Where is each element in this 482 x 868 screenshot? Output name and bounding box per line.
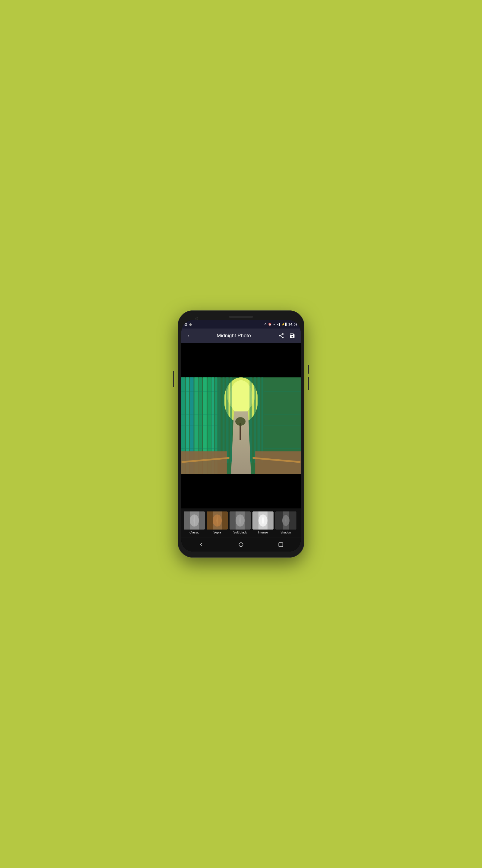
app-bar-actions: [277, 331, 297, 341]
share-button[interactable]: [277, 331, 286, 341]
filter-intense-thumb: [252, 512, 274, 530]
phone-screen: 🖼 ⬤ ⟳ ⏰ ▲ ✕▋ ⚡▊ 14:07 ← Midnight Photo: [181, 320, 301, 552]
volume-down-button[interactable]: [308, 377, 309, 390]
svg-rect-71: [267, 512, 274, 530]
filter-softblack-label: Soft Black: [233, 531, 247, 534]
phone-speaker: [229, 316, 253, 318]
circle-notification-icon: ⬤: [189, 323, 192, 326]
svg-point-52: [235, 417, 246, 426]
app-bar: ← Midnight Photo: [181, 329, 301, 343]
filter-intense[interactable]: Intense: [252, 512, 274, 534]
svg-rect-65: [230, 512, 235, 530]
svg-rect-5: [218, 377, 221, 463]
filter-shadow-thumb: [275, 512, 296, 530]
filter-classic[interactable]: Classic: [184, 512, 205, 534]
svg-rect-66: [245, 512, 251, 530]
svg-rect-45: [181, 451, 227, 474]
status-left-icons: 🖼 ⬤: [184, 323, 192, 326]
svg-rect-1: [181, 474, 301, 497]
filters-row: Classic Sepia: [184, 512, 298, 534]
svg-rect-0: [181, 355, 301, 377]
phone-camera: [195, 317, 198, 320]
battery-icon: ⚡▊: [282, 323, 287, 326]
filters-strip: Classic Sepia: [181, 508, 301, 537]
filter-classic-label: Classic: [190, 531, 199, 534]
wifi-icon: ▲: [272, 323, 275, 326]
app-title: Midnight Photo: [191, 333, 277, 339]
sync-icon: ⟳: [264, 323, 267, 326]
svg-rect-12: [261, 377, 263, 463]
status-bar: 🖼 ⬤ ⟳ ⏰ ▲ ✕▋ ⚡▊ 14:07: [181, 320, 301, 329]
navigation-bar: [181, 537, 301, 552]
svg-point-79: [239, 542, 243, 547]
svg-rect-70: [252, 512, 258, 530]
filter-sepia-label: Sepia: [213, 531, 221, 534]
svg-rect-60: [207, 512, 213, 530]
save-button[interactable]: [287, 331, 297, 341]
filter-softblack-thumb: [230, 512, 251, 530]
svg-rect-80: [279, 542, 283, 547]
phone-device: 🖼 ⬤ ⟳ ⏰ ▲ ✕▋ ⚡▊ 14:07 ← Midnight Photo: [178, 310, 304, 558]
home-nav-button[interactable]: [235, 538, 247, 551]
filter-sepia-thumb: [207, 512, 228, 530]
filter-classic-thumb: [184, 512, 205, 530]
filter-softblack[interactable]: Soft Black: [230, 512, 251, 534]
svg-rect-46: [255, 451, 301, 474]
signal-crossed-icon: ✕▋: [277, 323, 281, 326]
filter-intense-label: Intense: [258, 531, 268, 534]
svg-rect-56: [199, 512, 205, 530]
volume-up-button[interactable]: [308, 365, 309, 374]
recents-nav-button[interactable]: [275, 538, 287, 551]
main-image-area: [181, 343, 301, 508]
svg-point-53: [227, 377, 255, 411]
image-notification-icon: 🖼: [184, 323, 187, 326]
alarm-icon: ⏰: [268, 323, 271, 326]
filter-shadow[interactable]: Shadow: [275, 512, 296, 534]
svg-rect-6: [223, 377, 225, 463]
bamboo-forest-image: [181, 343, 301, 508]
clock-display: 14:07: [288, 322, 298, 326]
svg-rect-55: [184, 512, 190, 530]
power-button[interactable]: [173, 371, 174, 387]
filter-shadow-label: Shadow: [281, 531, 291, 534]
back-nav-button[interactable]: [195, 538, 207, 551]
svg-rect-75: [275, 512, 283, 530]
filter-sepia[interactable]: Sepia: [207, 512, 228, 534]
status-right-icons: ⟳ ⏰ ▲ ✕▋ ⚡▊ 14:07: [264, 322, 298, 326]
svg-rect-61: [222, 512, 228, 530]
svg-rect-11: [258, 377, 260, 463]
svg-rect-76: [289, 512, 296, 530]
